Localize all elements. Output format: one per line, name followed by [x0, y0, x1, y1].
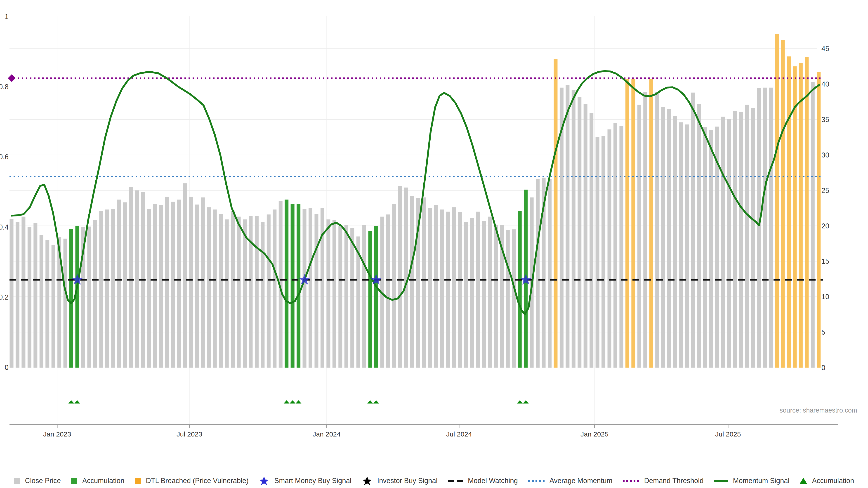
- x-axis-label: Jul 2024: [446, 430, 472, 438]
- close-price-bar: [255, 216, 258, 367]
- right-axis-label: 40: [822, 80, 829, 88]
- close-price-bar: [303, 209, 307, 367]
- left-axis-label: 0: [5, 363, 8, 371]
- close-price-bar: [506, 230, 510, 367]
- close-price-bar: [171, 202, 175, 367]
- left-axis-label: 0.4: [0, 223, 8, 231]
- accumulation-bar: [291, 204, 294, 367]
- legend-item-demand-threshold[interactable]: Demand Threshold: [623, 477, 704, 485]
- left-axis-label: 0.6: [0, 153, 8, 161]
- close-price-bar: [183, 183, 187, 367]
- close-price-bar: [225, 219, 229, 367]
- close-price-bar: [273, 209, 276, 367]
- close-price-bar: [709, 130, 713, 367]
- close-price-bar: [87, 227, 91, 367]
- close-price-bar: [733, 111, 737, 367]
- close-price-bar: [147, 209, 151, 367]
- close-price-bar: [362, 225, 366, 367]
- legend-item-accumulation[interactable]: Accumulation: [71, 477, 124, 485]
- dtl-breached-bar: [817, 72, 820, 367]
- close-price-bar: [267, 215, 271, 367]
- close-price-bar: [661, 107, 665, 367]
- chart-legend: Close PriceAccumulationDTL Breached (Pri…: [0, 474, 868, 488]
- legend-item-smart-money-buy-signal[interactable]: Smart Money Buy Signal: [259, 476, 351, 486]
- close-price-bar: [685, 125, 689, 367]
- close-price-bar: [763, 88, 767, 367]
- close-price-bar: [99, 211, 103, 367]
- close-price-bar: [578, 97, 581, 367]
- close-price-bar: [201, 197, 205, 367]
- legend-label: Close Price: [25, 477, 61, 485]
- legend-item-close-price[interactable]: Close Price: [14, 477, 61, 485]
- close-price-bar: [153, 204, 157, 367]
- accumulation-bar: [518, 211, 522, 367]
- close-price-bar: [135, 191, 139, 367]
- accumulation-bar: [285, 199, 288, 367]
- legend-label: DTL Breached (Price Vulnerable): [146, 477, 248, 485]
- legend-item-model-watching[interactable]: Model Watching: [448, 477, 518, 485]
- star-marker-icon: [362, 476, 372, 486]
- dtl-breached-bar: [805, 57, 809, 367]
- close-price-bar: [638, 105, 641, 367]
- close-price-bar: [458, 213, 462, 367]
- close-price-bar: [249, 216, 253, 367]
- right-axis-label: 10: [822, 293, 829, 301]
- accumulation-bar: [75, 226, 79, 367]
- close-price-bar: [757, 88, 761, 367]
- left-axis-label: 0.8: [0, 83, 8, 91]
- close-price-bar: [721, 117, 725, 367]
- close-price-bar: [769, 88, 773, 367]
- right-axis-label: 20: [822, 222, 829, 230]
- close-price-bar: [195, 204, 199, 367]
- right-axis-label: 30: [822, 151, 829, 159]
- close-price-bar: [422, 197, 426, 367]
- right-axis-label: 5: [822, 328, 825, 336]
- dots-marker-icon: [623, 480, 639, 482]
- legend-item-accumulation[interactable]: Accumulation: [800, 477, 854, 485]
- close-price-bar: [177, 199, 181, 367]
- triangle-marker-icon: [800, 478, 807, 484]
- square-marker-icon: [71, 478, 77, 484]
- accumulation-triangle-icon: [367, 400, 373, 403]
- legend-item-dtl-breached-price-vulnerable-[interactable]: DTL Breached (Price Vulnerable): [135, 477, 248, 485]
- right-axis-label: 35: [822, 116, 829, 124]
- x-axis-label: Jan 2024: [313, 430, 340, 438]
- close-price-bar: [548, 179, 552, 367]
- legend-item-investor-buy-signal[interactable]: Investor Buy Signal: [362, 476, 438, 486]
- close-price-bar: [52, 245, 55, 367]
- accumulation-triangle-icon: [289, 400, 296, 403]
- close-price-bar: [703, 127, 707, 367]
- close-price-bar: [22, 217, 25, 367]
- close-price-bar: [601, 136, 605, 367]
- close-price-bar: [105, 209, 109, 367]
- close-price-bar: [28, 227, 31, 367]
- accumulation-bar: [374, 226, 378, 367]
- source-attribution: source: sharemaestro.com: [780, 407, 857, 414]
- legend-item-average-momentum[interactable]: Average Momentum: [528, 477, 613, 485]
- close-price-bar: [350, 228, 354, 367]
- close-price-bar: [488, 217, 492, 367]
- close-price-bar: [608, 129, 612, 367]
- dtl-breached-bar: [787, 57, 791, 367]
- close-price-bar: [338, 226, 342, 367]
- legend-label: Accumulation: [812, 477, 854, 485]
- left-axis-label: 0.2: [0, 293, 8, 301]
- close-price-bar: [237, 217, 241, 367]
- dtl-breached-bar: [781, 40, 785, 367]
- x-axis-label: Jul 2023: [177, 430, 202, 438]
- close-price-bar: [93, 220, 97, 367]
- close-price-bar: [727, 119, 731, 367]
- chart-canvas: Jan 2023Jul 2023Jan 2024Jul 2024Jan 2025…: [0, 0, 868, 488]
- legend-item-momentum-signal[interactable]: Momentum Signal: [714, 477, 789, 485]
- demand-threshold-diamond: [8, 74, 16, 82]
- close-price-bar: [667, 109, 671, 367]
- close-price-bar: [33, 223, 37, 367]
- right-axis-label: 45: [822, 45, 829, 53]
- close-price-bar: [440, 209, 444, 367]
- close-price-bar: [45, 240, 49, 367]
- left-axis-label: 1: [5, 13, 8, 21]
- x-axis-label: Jan 2023: [43, 430, 71, 438]
- close-price-bar: [231, 211, 235, 367]
- close-price-bar: [619, 126, 623, 367]
- close-price-bar: [446, 212, 450, 367]
